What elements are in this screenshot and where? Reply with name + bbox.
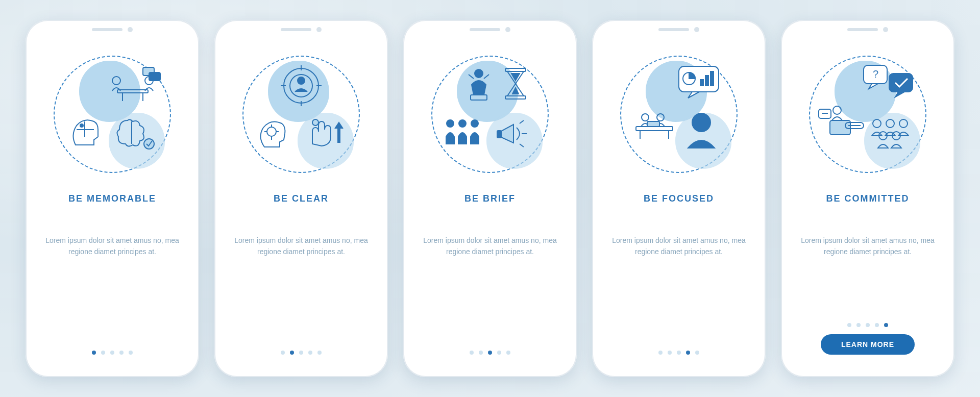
pagination-dots[interactable] [281, 351, 322, 355]
dot-1[interactable] [470, 351, 474, 355]
screen-description: Lorem ipsum dolor sit amet amus no, mea … [793, 235, 942, 258]
svg-point-61 [899, 119, 908, 128]
pagination-dots[interactable] [658, 351, 699, 355]
phone-notch [658, 27, 699, 32]
screen-title: BE MEMORABLE [68, 193, 156, 204]
screen-title: BE CLEAR [274, 193, 329, 204]
phone-notch [470, 27, 510, 32]
dot-3[interactable] [866, 323, 870, 327]
screen-title: BE FOCUSED [644, 193, 714, 204]
dot-4[interactable] [686, 351, 690, 355]
svg-point-31 [447, 120, 454, 127]
svg-rect-48 [647, 121, 659, 127]
phone-notch [92, 27, 133, 32]
svg-rect-28 [471, 95, 487, 100]
svg-point-3 [112, 77, 120, 85]
clear-icon [242, 56, 360, 173]
dot-5[interactable] [695, 351, 699, 355]
dot-2[interactable] [101, 351, 105, 355]
memorable-icon [54, 56, 171, 173]
dot-3[interactable] [110, 351, 114, 355]
svg-point-53 [833, 106, 841, 114]
svg-line-37 [520, 144, 524, 147]
svg-rect-0 [117, 90, 148, 93]
screen-description: Lorem ipsum dolor sit amet amus no, mea … [227, 235, 376, 258]
pagination-dots[interactable] [92, 351, 133, 355]
svg-point-49 [692, 113, 710, 132]
dot-5[interactable] [884, 323, 888, 327]
svg-rect-41 [705, 76, 708, 86]
dot-2[interactable] [290, 351, 294, 355]
committed-icon: ? [809, 56, 926, 173]
dot-5[interactable] [506, 351, 510, 355]
dot-3[interactable] [299, 351, 303, 355]
screen-title: BE BRIEF [464, 193, 516, 204]
focused-icon [620, 56, 738, 173]
svg-rect-43 [636, 127, 673, 131]
dot-1[interactable] [92, 351, 96, 355]
svg-point-24 [312, 119, 318, 126]
phone-notch [281, 27, 322, 32]
pagination-dots[interactable] [470, 351, 510, 355]
svg-point-47 [657, 114, 664, 121]
svg-point-14 [298, 77, 305, 84]
dot-5[interactable] [129, 351, 133, 355]
brief-icon [431, 56, 549, 173]
dot-4[interactable] [308, 351, 312, 355]
screen-description: Lorem ipsum dolor sit amet amus no, mea … [604, 235, 753, 258]
onboarding-screen-4: BE FOCUSED Lorem ipsum dolor sit amet am… [592, 20, 766, 377]
onboarding-screen-2: BE CLEAR Lorem ipsum dolor sit amet amus… [214, 20, 388, 377]
svg-point-19 [267, 127, 276, 136]
svg-rect-34 [497, 131, 501, 138]
svg-line-27 [484, 75, 489, 79]
svg-line-26 [469, 75, 474, 79]
screen-description: Lorem ipsum dolor sit amet amus no, mea … [38, 235, 187, 258]
screen-title: BE COMMITTED [826, 193, 910, 204]
svg-point-32 [459, 120, 466, 127]
svg-rect-42 [710, 71, 714, 86]
onboarding-screen-1: BE MEMORABLE Lorem ipsum dolor sit amet … [26, 20, 199, 377]
svg-point-46 [642, 114, 649, 121]
onboarding-screen-5: ? BE COMMITTED Lorem ipsum dolo [781, 20, 954, 377]
dot-1[interactable] [281, 351, 285, 355]
dot-3[interactable] [488, 351, 492, 355]
dot-3[interactable] [677, 351, 681, 355]
svg-rect-52 [889, 73, 913, 92]
dot-1[interactable] [847, 323, 851, 327]
svg-rect-6 [149, 72, 160, 81]
dot-2[interactable] [479, 351, 483, 355]
svg-line-35 [520, 120, 524, 123]
onboarding-screen-3: BE BRIEF Lorem ipsum dolor sit amet amus… [403, 20, 577, 377]
screen-description: Lorem ipsum dolor sit amet amus no, mea … [415, 235, 565, 258]
learn-more-button[interactable]: LEARN MORE [821, 334, 915, 355]
svg-point-60 [886, 119, 894, 128]
dot-2[interactable] [856, 323, 861, 327]
svg-point-33 [471, 120, 478, 127]
svg-point-59 [873, 119, 881, 128]
dot-4[interactable] [497, 351, 501, 355]
svg-point-11 [144, 139, 154, 149]
dot-5[interactable] [317, 351, 322, 355]
dot-2[interactable] [668, 351, 672, 355]
dot-4[interactable] [119, 351, 124, 355]
svg-text:?: ? [873, 68, 878, 80]
pagination-dots[interactable] [847, 323, 888, 327]
svg-point-9 [80, 124, 83, 127]
svg-rect-40 [700, 80, 703, 86]
dot-1[interactable] [658, 351, 663, 355]
svg-point-12 [284, 68, 318, 103]
phone-notch [847, 27, 888, 32]
dot-4[interactable] [875, 323, 879, 327]
svg-point-25 [475, 69, 483, 78]
